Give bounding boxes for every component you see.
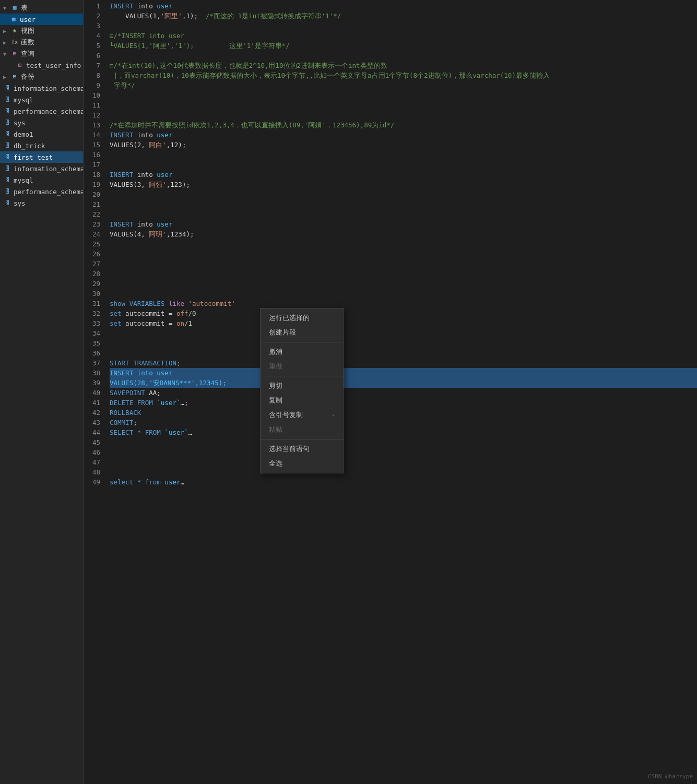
code-line-39: VALUES(28,'安DANNS***',12345);: [110, 378, 697, 388]
sidebar-sys2-label: sys: [14, 199, 26, 207]
sidebar-item-sys-2[interactable]: 🗄 sys: [0, 197, 83, 209]
code-line-2: VALUES(1,'阿里',1); /*而这的 1是int被隐式转换成字符串'1…: [110, 11, 697, 21]
db-icon-6: 🗄: [3, 141, 11, 150]
sidebar-user-label: user: [20, 16, 36, 23]
sidebar-item-db-trick[interactable]: 🗄 db_trick: [0, 140, 83, 151]
menu-item-copy[interactable]: 复制: [261, 393, 343, 408]
code-line-48: [110, 467, 697, 477]
menu-item-label-undo: 撤消: [269, 347, 282, 357]
user-table-icon: ▦: [9, 15, 18, 23]
code-line-27: [110, 259, 697, 269]
code-line-14: INSERT into user: [110, 130, 697, 140]
sidebar-query-label: 查询: [21, 50, 34, 58]
menu-item-label-create-snippet: 创建片段: [269, 328, 296, 337]
db-icon-9: 🗄: [3, 176, 11, 184]
editor-area[interactable]: 1234567891011121314151617181920212223242…: [84, 0, 697, 784]
code-line-1: INSERT into user: [110, 1, 697, 11]
code-line-6: [110, 51, 697, 61]
sidebar-perf-schema-label: performance_schema: [14, 108, 84, 115]
collapse-arrow-backup: ▶: [3, 74, 9, 80]
code-line-29: [110, 279, 697, 289]
code-line-41: DELETE FROM `user`…;: [110, 398, 697, 408]
sidebar-table-label: 表: [21, 4, 28, 13]
code-line-8: |，而varchar(10)，10表示能存储数据的大小，表示10个字节,,比如一…: [110, 70, 697, 80]
sidebar-db-trick-label: db_trick: [14, 142, 45, 150]
sidebar-func-label: 函数: [21, 38, 34, 47]
collapse-arrow-view: ▶: [3, 28, 9, 34]
menu-item-label-copy-with-quotes: 含引号复制: [269, 410, 303, 420]
code-line-38: INSERT into user: [110, 368, 697, 378]
code-line-44: SELECT * FROM `user`…: [110, 427, 697, 437]
sidebar-backup-section[interactable]: ▶ ⊟ 备份: [0, 71, 83, 82]
sidebar-func-section[interactable]: ▶ fx 函数: [0, 37, 83, 48]
code-line-42: ROLLBACK: [110, 408, 697, 418]
code-line-37: START TRANSACTION;: [110, 358, 697, 368]
test-user-icon: ⊞: [16, 61, 24, 69]
menu-arrow-copy-with-quotes: ›: [332, 412, 335, 418]
code-line-26: [110, 249, 697, 259]
menu-item-label-redo: 重做: [269, 362, 282, 371]
sidebar-item-first-test[interactable]: 🗄 first test: [0, 151, 83, 163]
sidebar-item-performance-schema[interactable]: 🗄 performance_schema: [0, 105, 83, 117]
code-line-31: show VARIABLES like 'autocommit': [110, 299, 697, 308]
sidebar-table-section[interactable]: ▼ ▦ 表: [0, 2, 83, 14]
sidebar-test-user-label: test_user_info: [26, 62, 81, 69]
sidebar-item-test-user-info[interactable]: ⊞ test_user_info: [0, 60, 83, 71]
code-line-15: VALUES(2,'阿白',12);: [110, 140, 697, 150]
menu-item-create-snippet[interactable]: 创建片段: [261, 325, 343, 340]
code-line-4: ⊟/*INSERT into user: [110, 31, 697, 41]
menu-item-paste: 粘贴: [261, 422, 343, 437]
code-line-13: /*在添加时并不需要按照id依次1,2,3,4，也可以直接插入(89,'阿娟'，…: [110, 120, 697, 130]
code-line-30: [110, 289, 697, 299]
sidebar-item-performance-schema-2[interactable]: 🗄 performance_schema: [0, 186, 83, 197]
collapse-arrow-table: ▼: [3, 5, 9, 11]
menu-item-label-copy: 复制: [269, 396, 282, 405]
code-line-34: [110, 328, 697, 338]
menu-item-undo[interactable]: 撤消: [261, 345, 343, 359]
sidebar-item-sys[interactable]: 🗄 sys: [0, 117, 83, 128]
backup-icon: ⊟: [10, 73, 19, 81]
code-line-43: COMMIT;: [110, 418, 697, 427]
code-line-23: INSERT into user: [110, 219, 697, 229]
menu-item-run-selected[interactable]: 运行已选择的: [261, 311, 343, 325]
code-line-28: [110, 269, 697, 279]
code-line-20: [110, 189, 697, 199]
sidebar-demo1-label: demo1: [14, 130, 33, 138]
sidebar-item-mysql-2[interactable]: 🗄 mysql: [0, 174, 83, 186]
db-icon-5: 🗄: [3, 130, 11, 138]
code-line-35: [110, 338, 697, 348]
menu-separator: [261, 439, 343, 439]
menu-item-select-all[interactable]: 全选: [261, 456, 343, 471]
code-line-24: VALUES(4,'阿明',1234);: [110, 229, 697, 239]
sidebar-view-section[interactable]: ▶ ◈ 视图: [0, 25, 83, 37]
collapse-arrow-func: ▶: [3, 40, 9, 45]
menu-item-cut[interactable]: 剪切: [261, 378, 343, 393]
code-line-9: 字母*/: [110, 80, 697, 90]
code-line-16: [110, 150, 697, 160]
menu-item-label-run-selected: 运行已选择的: [269, 313, 310, 323]
sidebar-mysql-label: mysql: [14, 96, 33, 104]
db-icon-3: 🗄: [3, 107, 11, 115]
db-icon-2: 🗄: [3, 96, 11, 104]
sidebar-perf-schema2-label: performance_schema: [14, 188, 84, 196]
code-line-12: [110, 110, 697, 120]
code-line-32: set autocommit = off/0: [110, 308, 697, 318]
sidebar-item-information-schema-2[interactable]: 🗄 information_schema: [0, 163, 83, 174]
table-icon: ▦: [10, 4, 19, 12]
sidebar-backup-label: 备份: [21, 73, 34, 81]
code-line-11: [110, 100, 697, 110]
code-lines[interactable]: INSERT into user VALUES(1,'阿里',1); /*而这的…: [104, 0, 697, 784]
sidebar-item-information-schema[interactable]: 🗄 information_schema: [0, 82, 83, 94]
code-line-18: INSERT into user: [110, 170, 697, 180]
sidebar-item-mysql[interactable]: 🗄 mysql: [0, 94, 83, 105]
sidebar-item-demo1[interactable]: 🗄 demo1: [0, 128, 83, 140]
sidebar-item-user[interactable]: ▦ user: [0, 14, 83, 25]
menu-item-label-select-all: 全选: [269, 459, 282, 468]
func-icon: fx: [10, 38, 19, 46]
code-line-22: [110, 209, 697, 219]
sidebar-query-section[interactable]: ▼ ⊞ 查询: [0, 48, 83, 60]
menu-item-select-current[interactable]: 选择当前语句: [261, 442, 343, 456]
code-line-25: [110, 239, 697, 249]
menu-separator: [261, 342, 343, 342]
menu-item-copy-with-quotes[interactable]: 含引号复制›: [261, 408, 343, 422]
